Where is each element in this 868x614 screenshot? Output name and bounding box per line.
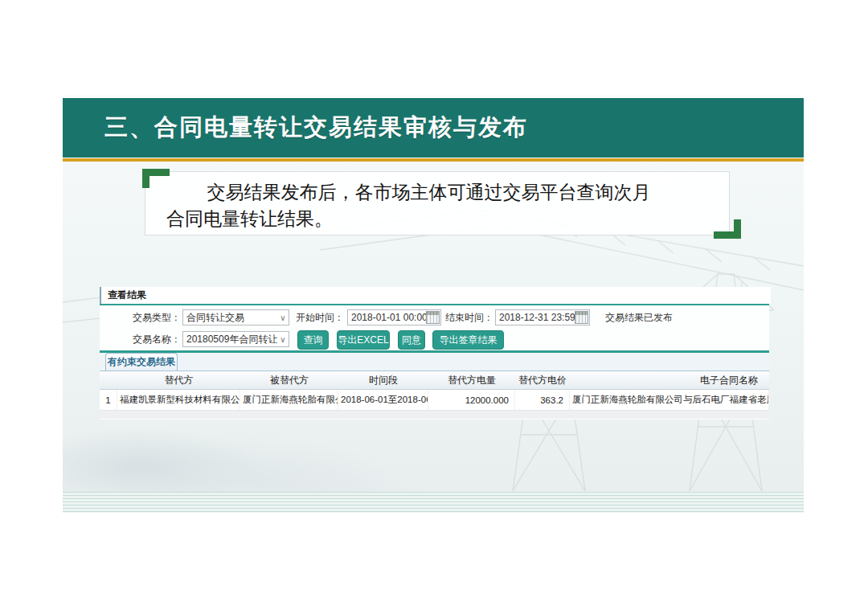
cell-time-period: 2018-06-01至2018-06-30: [338, 390, 428, 410]
table-header-row: 替代方 被替代方 时间段 替代方电量 替代方电价 电子合同名称: [100, 371, 769, 390]
cell-index: 1: [100, 390, 117, 410]
header-substitute-price: 替代方电价: [515, 371, 570, 389]
cell-substitute-price: 363.2: [515, 390, 570, 410]
intro-text-line1: 交易结果发布后，各市场主体可通过交易平台查询次月: [166, 179, 714, 206]
cell-substitute-energy: 12000.000: [428, 390, 515, 410]
header-contract-name: 电子合同名称: [570, 371, 769, 389]
corner-bracket-bottom-right: [714, 219, 741, 239]
start-time-input[interactable]: 2018-01-01 00:00:00: [347, 309, 441, 325]
calendar-icon[interactable]: [575, 311, 588, 324]
panel-title: 查看结果: [101, 289, 146, 302]
intro-box: 交易结果发布后，各市场主体可通过交易平台查询次月 合同电量转让结果。: [145, 171, 730, 235]
end-time-input[interactable]: 2018-12-31 23:59:59: [495, 309, 590, 325]
gold-divider: [63, 158, 804, 162]
export-signed-results-button[interactable]: 导出签章结果: [432, 330, 504, 350]
corner-bracket-top-left: [142, 169, 170, 188]
header-index: [100, 371, 117, 389]
tab-bar: 有约束交易结果: [100, 353, 769, 371]
query-form: 交易类型： 合同转让交易 ∨ 开始时间： 2018-01-01 00:00:00…: [100, 305, 769, 350]
header-time-period: 时间段: [338, 371, 428, 389]
panel-header: 查看结果: [100, 287, 771, 304]
export-excel-button[interactable]: 导出EXCEL: [337, 330, 390, 350]
slide-title: 三、合同电量转让交易结果审核与发布: [63, 112, 528, 144]
footer-stripes: [63, 492, 804, 513]
cell-substituted-party: 厦门正新海燕轮胎有限公司: [240, 390, 338, 410]
slide-title-bar: 三、合同电量转让交易结果审核与发布: [63, 98, 804, 158]
trade-type-label: 交易类型：: [120, 309, 181, 326]
publish-status-text: 交易结果已发布: [605, 309, 673, 326]
results-panel: 查看结果 交易类型： 合同转让交易 ∨ 开始时间： 2018-01-01 00:…: [100, 287, 769, 420]
start-time-label: 开始时间：: [283, 309, 344, 326]
slide: 三、合同电量转让交易结果审核与发布 交易结果发布后，各市场主体可通过交易平台查询…: [63, 95, 804, 513]
trade-name-label: 交易名称：: [120, 330, 181, 348]
cell-contract-name: 厦门正新海燕轮胎有限公司与后石电厂福建省老用户2018: [570, 390, 769, 410]
header-substitute-energy: 替代方电量: [428, 371, 515, 389]
chevron-down-icon[interactable]: ∨: [277, 335, 289, 344]
empty-alt-row: [100, 411, 769, 419]
agree-button[interactable]: 同意: [398, 330, 425, 350]
header-substituted-party: 被替代方: [240, 371, 338, 389]
cell-substitute-party: 福建凯景新型科技材料有限公司: [117, 390, 240, 410]
trade-name-select[interactable]: 20180509年合同转让用户 ∨: [182, 331, 289, 347]
trade-type-select[interactable]: 合同转让交易 ∨: [182, 309, 289, 325]
end-time-label: 结束时间：: [432, 309, 493, 326]
table-row[interactable]: 1 福建凯景新型科技材料有限公司 厦门正新海燕轮胎有限公司 2018-06-01…: [100, 390, 769, 411]
intro-text-line2: 合同电量转让结果。: [166, 206, 714, 232]
tab-constrained-results[interactable]: 有约束交易结果: [105, 353, 178, 370]
page: { "slide": { "title": "三、合同电量转让交易结果审核与发布…: [0, 0, 868, 614]
header-substitute-party: 替代方: [117, 371, 240, 389]
query-button[interactable]: 查询: [297, 330, 329, 350]
